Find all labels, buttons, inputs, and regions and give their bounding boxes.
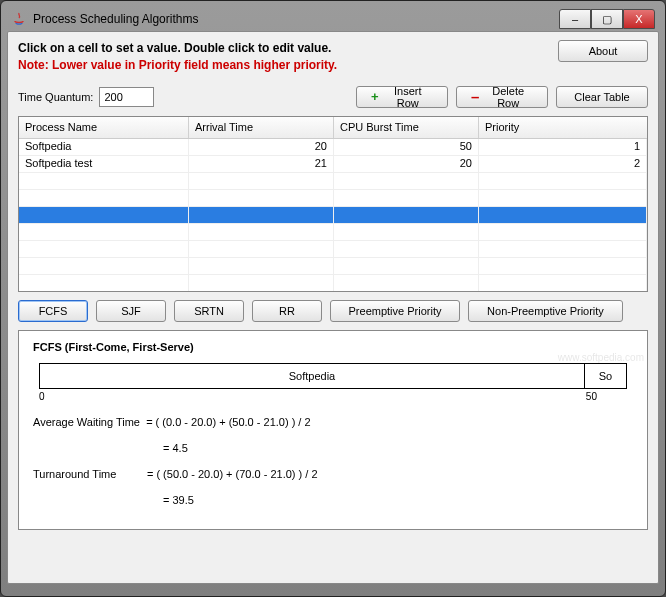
table-cell[interactable]: 2 (479, 156, 647, 172)
table-cell[interactable]: 21 (189, 156, 334, 172)
titlebar[interactable]: Process Scheduling Algorithms – ▢ X (7, 7, 659, 31)
table-cell[interactable]: Softpedia test (19, 156, 189, 172)
table-cell[interactable] (334, 275, 479, 291)
time-quantum-input[interactable] (99, 87, 154, 107)
table-cell[interactable] (19, 207, 189, 223)
table-cell[interactable] (334, 224, 479, 240)
srtn-button[interactable]: SRTN (174, 300, 244, 322)
result-panel: FCFS (First-Come, First-Serve) Softpedia… (18, 330, 648, 530)
delete-row-button[interactable]: –Delete Row (456, 86, 548, 108)
table-cell[interactable] (19, 275, 189, 291)
preemptive-priority-button[interactable]: Preemptive Priority (330, 300, 460, 322)
delete-row-label: Delete Row (483, 85, 533, 109)
table-cell[interactable] (189, 173, 334, 189)
gantt-segment: Softpedia (40, 364, 585, 388)
table-row[interactable]: Softpedia20501 (19, 139, 647, 156)
table-cell[interactable]: Softpedia (19, 139, 189, 155)
table-cell[interactable] (19, 190, 189, 206)
table-cell[interactable] (189, 241, 334, 257)
table-cell[interactable] (479, 241, 647, 257)
rr-button[interactable]: RR (252, 300, 322, 322)
close-button[interactable]: X (623, 9, 655, 29)
table-row[interactable] (19, 224, 647, 241)
table-cell[interactable] (334, 173, 479, 189)
turnaround-label: Turnaround Time (33, 468, 116, 480)
minimize-button[interactable]: – (559, 9, 591, 29)
table-cell[interactable] (334, 207, 479, 223)
about-button[interactable]: About (558, 40, 648, 62)
gantt-tick-50: 50 (586, 391, 597, 402)
table-cell[interactable] (19, 173, 189, 189)
table-cell[interactable] (479, 258, 647, 274)
table-row[interactable] (19, 173, 647, 190)
table-cell[interactable] (479, 275, 647, 291)
col-arrival-time[interactable]: Arrival Time (189, 117, 334, 138)
avg-wait-expr: = ( (0.0 - 20.0) + (50.0 - 21.0) ) / 2 (146, 416, 310, 428)
gantt-chart: SoftpediaSo (39, 363, 627, 389)
insert-row-button[interactable]: +Insert Row (356, 86, 448, 108)
instruction-line-2: Note: Lower value in Priority field mean… (18, 57, 548, 74)
instruction-line-1: Click on a cell to set a value. Double c… (18, 40, 548, 57)
col-cpu-burst-time[interactable]: CPU Burst Time (334, 117, 479, 138)
table-cell[interactable] (19, 241, 189, 257)
table-cell[interactable]: 20 (189, 139, 334, 155)
table-row[interactable] (19, 275, 647, 292)
table-cell[interactable] (19, 258, 189, 274)
table-cell[interactable] (479, 207, 647, 223)
table-cell[interactable] (189, 207, 334, 223)
table-row[interactable] (19, 241, 647, 258)
table-cell[interactable] (189, 275, 334, 291)
table-cell[interactable]: 20 (334, 156, 479, 172)
table-cell[interactable] (189, 224, 334, 240)
time-quantum-label: Time Quantum: (18, 91, 93, 103)
avg-wait-line2: = 4.5 (33, 442, 633, 454)
table-row[interactable]: Softpedia test21202 (19, 156, 647, 173)
insert-row-label: Insert Row (383, 85, 433, 109)
sjf-button[interactable]: SJF (96, 300, 166, 322)
table-cell[interactable] (19, 224, 189, 240)
table-cell[interactable] (479, 173, 647, 189)
minus-icon: – (471, 89, 479, 104)
fcfs-button[interactable]: FCFS (18, 300, 88, 322)
plus-icon: + (371, 90, 379, 103)
table-row[interactable] (19, 258, 647, 275)
process-table[interactable]: Process Name Arrival Time CPU Burst Time… (18, 116, 648, 292)
instructions: Click on a cell to set a value. Double c… (18, 40, 548, 74)
result-title: FCFS (First-Come, First-Serve) (33, 341, 633, 353)
table-row[interactable] (19, 190, 647, 207)
table-cell[interactable] (334, 258, 479, 274)
table-cell[interactable] (479, 224, 647, 240)
turnaround-line2: = 39.5 (33, 494, 633, 506)
col-process-name[interactable]: Process Name (19, 117, 189, 138)
avg-wait-label: Average Waiting Time (33, 416, 140, 428)
table-cell[interactable] (189, 258, 334, 274)
gantt-tick-0: 0 (39, 391, 45, 402)
non-preemptive-priority-button[interactable]: Non-Preemptive Priority (468, 300, 623, 322)
table-cell[interactable] (479, 190, 647, 206)
table-row[interactable] (19, 207, 647, 224)
table-cell[interactable] (334, 190, 479, 206)
java-icon (11, 11, 27, 27)
avg-wait-line1: Average Waiting Time = ( (0.0 - 20.0) + … (33, 416, 633, 428)
table-cell[interactable] (334, 241, 479, 257)
gantt-segment: So (585, 364, 626, 388)
table-cell[interactable] (189, 190, 334, 206)
clear-table-button[interactable]: Clear Table (556, 86, 648, 108)
turnaround-line1: Turnaround Time = ( (50.0 - 20.0) + (70.… (33, 468, 633, 480)
table-cell[interactable]: 1 (479, 139, 647, 155)
turnaround-expr: = ( (50.0 - 20.0) + (70.0 - 21.0) ) / 2 (147, 468, 318, 480)
table-cell[interactable]: 50 (334, 139, 479, 155)
col-priority[interactable]: Priority (479, 117, 647, 138)
window-title: Process Scheduling Algorithms (33, 12, 198, 26)
maximize-button[interactable]: ▢ (591, 9, 623, 29)
